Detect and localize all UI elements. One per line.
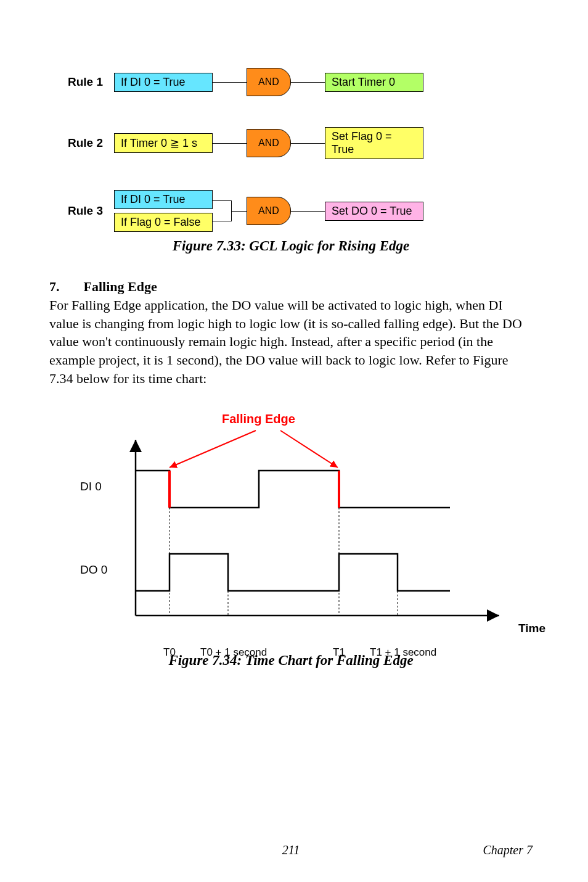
rule-3-output: Set DO 0 = True (325, 202, 423, 221)
tick-t1: T1 (333, 646, 345, 659)
rule-3-conditions: If DI 0 = True If Flag 0 = False (114, 190, 213, 232)
connector-line (291, 143, 325, 144)
y-label-do0: DO 0 (80, 563, 107, 577)
and-gate-icon: AND (247, 197, 291, 225)
section-body: For Falling Edge application, the DO val… (49, 296, 533, 387)
tick-t0: T0 (163, 646, 176, 659)
section-title: Falling Edge (84, 279, 157, 294)
rule-2-label: Rule 2 (68, 136, 114, 150)
rule-2-output: Set Flag 0 = True (325, 127, 423, 159)
rule-2-condition: If Timer 0 ≧ 1 s (114, 133, 213, 153)
svg-line-1 (280, 431, 338, 468)
chapter-label: Chapter 7 (483, 843, 533, 857)
chart-svg (80, 412, 524, 646)
rule-3-condition-2: If Flag 0 = False (114, 213, 213, 232)
y-label-di0: DI 0 (80, 480, 102, 493)
section-number: 7. (49, 279, 80, 295)
figure-7-33-caption: Figure 7.33: GCL Logic for Rising Edge (49, 238, 533, 254)
section-heading: 7. Falling Edge (49, 279, 533, 295)
rule-1-label: Rule 1 (68, 75, 114, 89)
page-number: 211 (282, 843, 300, 857)
svg-line-0 (169, 431, 256, 468)
rule-2-row: Rule 2 If Timer 0 ≧ 1 s AND Set Flag 0 =… (68, 127, 533, 159)
rule-3-label: Rule 3 (68, 204, 114, 218)
rule-1-condition: If DI 0 = True (114, 73, 213, 92)
logic-diagram: Rule 1 If DI 0 = True AND Start Timer 0 … (68, 68, 533, 232)
connector-line (291, 211, 325, 212)
rule-3-row: Rule 3 If DI 0 = True If Flag 0 = False … (68, 190, 533, 232)
connector-merge (213, 193, 247, 229)
figure-7-34-caption: Figure 7.34: Time Chart for Falling Edge (49, 653, 533, 669)
rule-1-output: Start Timer 0 (325, 73, 423, 92)
and-gate-icon: AND (247, 68, 291, 96)
connector-line (213, 143, 247, 144)
time-chart: Falling Edge DI 0 (80, 412, 524, 646)
tick-t0-plus: T0 + 1 second (200, 646, 267, 659)
page-footer: 211 Chapter 7 (49, 843, 533, 857)
tick-t1-plus: T1 + 1 second (370, 646, 436, 659)
rule-1-row: Rule 1 If DI 0 = True AND Start Timer 0 (68, 68, 533, 96)
and-gate-icon: AND (247, 129, 291, 157)
rule-3-condition-1: If DI 0 = True (114, 190, 213, 209)
x-axis-label: Time (518, 622, 545, 635)
connector-line (213, 82, 247, 83)
connector-line (291, 82, 325, 83)
